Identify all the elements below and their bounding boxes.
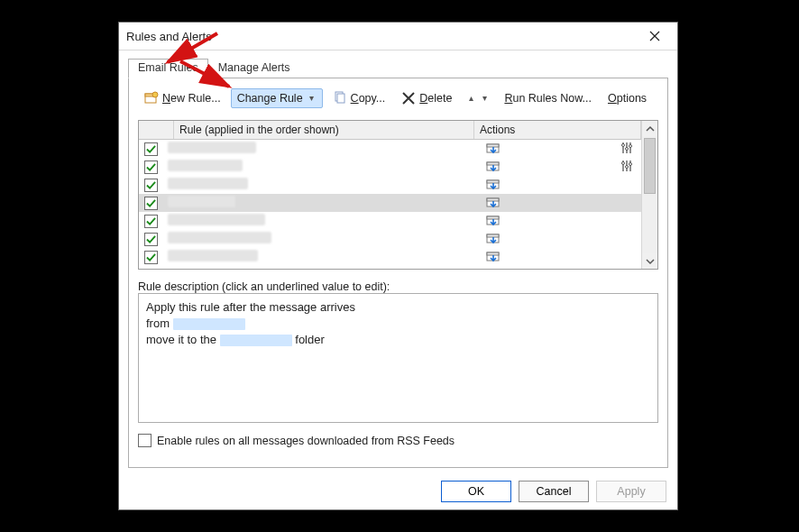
run-rules-now-button[interactable]: Run Rules Now... xyxy=(498,88,598,108)
copy-icon xyxy=(333,91,347,105)
svg-rect-24 xyxy=(487,252,499,255)
move-to-folder-icon xyxy=(486,249,501,266)
move-up-button[interactable]: ▴ xyxy=(466,94,476,103)
move-to-folder-icon xyxy=(486,177,501,194)
svg-rect-11 xyxy=(487,162,499,165)
new-rule-icon xyxy=(144,91,159,105)
table-row[interactable] xyxy=(139,158,641,176)
svg-point-9 xyxy=(629,144,632,147)
rule-description-section: Rule description (click an underlined va… xyxy=(138,279,658,423)
rule-name xyxy=(168,214,265,225)
email-rules-panel: New Rule... Change Rule ▾ Copy... De xyxy=(128,78,668,468)
grid-header-rule[interactable]: Rule (applied in the order shown) xyxy=(174,121,474,139)
scroll-up-icon[interactable] xyxy=(642,121,657,136)
svg-point-7 xyxy=(622,143,625,146)
svg-rect-6 xyxy=(487,144,499,147)
svg-rect-16 xyxy=(487,180,499,183)
table-row[interactable] xyxy=(139,176,641,194)
svg-rect-20 xyxy=(487,216,499,219)
rule-name xyxy=(168,196,235,207)
rule-description-label: Rule description (click an underlined va… xyxy=(138,280,658,293)
svg-point-13 xyxy=(626,165,629,168)
desc-line-1: Apply this rule after the message arrive… xyxy=(146,299,650,316)
scroll-down-icon[interactable] xyxy=(642,253,657,269)
tab-strip: Email Rules Manage Alerts xyxy=(128,58,668,78)
svg-rect-4 xyxy=(337,94,344,103)
delete-button[interactable]: Delete xyxy=(395,87,458,109)
dialog-body: Email Rules Manage Alerts New Rule... Ch… xyxy=(119,50,677,473)
scroll-track[interactable] xyxy=(642,136,657,253)
table-row[interactable] xyxy=(139,194,641,212)
titlebar: Rules and Alerts xyxy=(119,23,677,50)
rule-settings-icon xyxy=(620,159,634,176)
desc-line-2: from xyxy=(146,316,650,332)
from-value-link[interactable] xyxy=(173,318,245,330)
change-rule-button[interactable]: Change Rule ▾ xyxy=(231,88,323,108)
svg-point-8 xyxy=(626,147,629,150)
rss-enable-row: Enable rules on all messages downloaded … xyxy=(138,434,658,447)
new-rule-button[interactable]: New Rule... xyxy=(138,87,227,109)
scrollbar[interactable] xyxy=(641,121,657,269)
scroll-thumb[interactable] xyxy=(644,138,656,194)
rss-enable-label: Enable rules on all messages downloaded … xyxy=(157,435,455,447)
svg-rect-22 xyxy=(487,234,499,237)
delete-icon xyxy=(401,91,416,105)
copy-button[interactable]: Copy... xyxy=(326,87,392,109)
apply-button[interactable]: Apply xyxy=(596,481,666,502)
tab-email-rules[interactable]: Email Rules xyxy=(128,59,208,78)
move-down-button[interactable]: ▾ xyxy=(480,94,490,103)
move-to-folder-icon xyxy=(486,159,501,176)
rule-description-box[interactable]: Apply this rule after the message arrive… xyxy=(138,293,658,423)
rule-settings-icon xyxy=(620,141,634,158)
window-title: Rules and Alerts xyxy=(126,30,636,43)
rss-enable-checkbox[interactable] xyxy=(138,434,152,447)
table-row[interactable] xyxy=(139,140,641,158)
table-row[interactable] xyxy=(139,212,641,230)
rule-name xyxy=(168,178,248,189)
table-row[interactable] xyxy=(139,230,641,248)
options-button[interactable]: Options xyxy=(602,88,653,108)
svg-rect-18 xyxy=(487,198,499,201)
ok-button[interactable]: OK xyxy=(441,481,511,502)
close-icon[interactable] xyxy=(636,23,674,50)
rule-name xyxy=(168,232,271,243)
dropdown-arrow-icon: ▾ xyxy=(307,94,317,103)
svg-point-14 xyxy=(629,162,632,165)
move-to-folder-icon xyxy=(486,195,501,212)
cancel-button[interactable]: Cancel xyxy=(519,481,589,502)
row-checkbox[interactable] xyxy=(144,179,158,192)
move-to-folder-icon xyxy=(486,213,501,230)
row-checkbox[interactable] xyxy=(144,233,158,246)
tab-manage-alerts[interactable]: Manage Alerts xyxy=(208,59,300,78)
row-checkbox[interactable] xyxy=(144,251,158,264)
rules-grid: Rule (applied in the order shown) Action… xyxy=(138,120,658,270)
move-to-folder-icon xyxy=(486,141,501,158)
row-checkbox[interactable] xyxy=(144,197,158,210)
rule-name xyxy=(168,142,256,153)
dialog-buttons: OK Cancel Apply xyxy=(119,473,677,509)
move-to-folder-icon xyxy=(486,231,501,248)
row-checkbox[interactable] xyxy=(144,142,158,156)
desc-line-3: move it to the folder xyxy=(146,332,650,348)
grid-header-checkbox[interactable] xyxy=(139,121,174,139)
toolbar: New Rule... Change Rule ▾ Copy... De xyxy=(138,86,658,111)
grid-header: Rule (applied in the order shown) Action… xyxy=(139,121,641,140)
svg-point-12 xyxy=(622,161,625,164)
svg-point-2 xyxy=(152,92,158,97)
table-row[interactable] xyxy=(139,248,641,266)
row-checkbox[interactable] xyxy=(144,161,158,174)
grid-header-actions[interactable]: Actions xyxy=(474,121,641,139)
row-checkbox[interactable] xyxy=(144,215,158,228)
rule-name xyxy=(168,160,243,171)
rule-name xyxy=(168,250,258,261)
rules-and-alerts-dialog: Rules and Alerts Email Rules Manage Aler… xyxy=(118,22,678,510)
folder-value-link[interactable] xyxy=(220,335,292,346)
